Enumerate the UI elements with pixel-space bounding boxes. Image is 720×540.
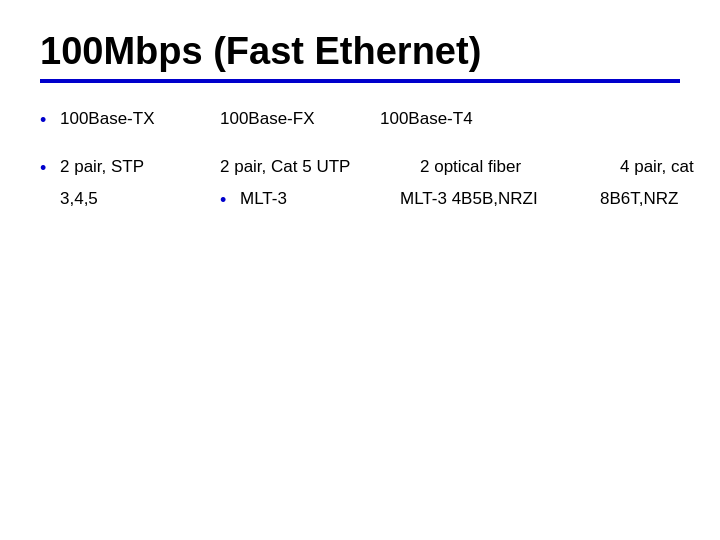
col-345: 3,4,5 [60, 185, 220, 215]
bullet-icon: • [220, 185, 240, 215]
col-optical-fiber: 2 optical fiber [420, 153, 620, 180]
list-item: • 2 pair, STP 2 pair, Cat 5 UTP 2 optica… [40, 153, 680, 183]
col-mlt3-encoding: MLT-3 4B5B,NRZI [400, 185, 600, 215]
col-100base-t4: 100Base-T4 [380, 105, 540, 132]
col-100base-tx: 100Base-TX [60, 105, 220, 132]
row2b-content: 3,4,5 • MLT-3 MLT-3 4B5B,NRZI 8B6T,NRZ [60, 185, 720, 215]
title-divider [40, 79, 680, 83]
row2-content: 2 pair, STP 2 pair, Cat 5 UTP 2 optical … [60, 153, 720, 180]
col-4pair-cat: 4 pair, cat [620, 153, 720, 180]
content-area: • 100Base-TX 100Base-FX 100Base-T4 • 2 p… [40, 105, 680, 214]
col-100base-fx: 100Base-FX [220, 105, 380, 132]
col-cat5-utp: 2 pair, Cat 5 UTP [220, 153, 420, 180]
slide-title: 100Mbps (Fast Ethernet) [40, 30, 680, 73]
list-item: • 100Base-TX 100Base-FX 100Base-T4 [40, 105, 680, 135]
col-8b6t: 8B6T,NRZ [600, 185, 720, 215]
slide: 100Mbps (Fast Ethernet) • 100Base-TX 100… [0, 0, 720, 540]
bullet-icon: • [40, 105, 60, 135]
row1-content: 100Base-TX 100Base-FX 100Base-T4 [60, 105, 540, 132]
col-2pair-stp: 2 pair, STP [60, 153, 220, 180]
list-item: 3,4,5 • MLT-3 MLT-3 4B5B,NRZI 8B6T,NRZ [40, 185, 680, 215]
bullet-icon: • [40, 153, 60, 183]
col-mlt3-a: MLT-3 [240, 185, 400, 215]
